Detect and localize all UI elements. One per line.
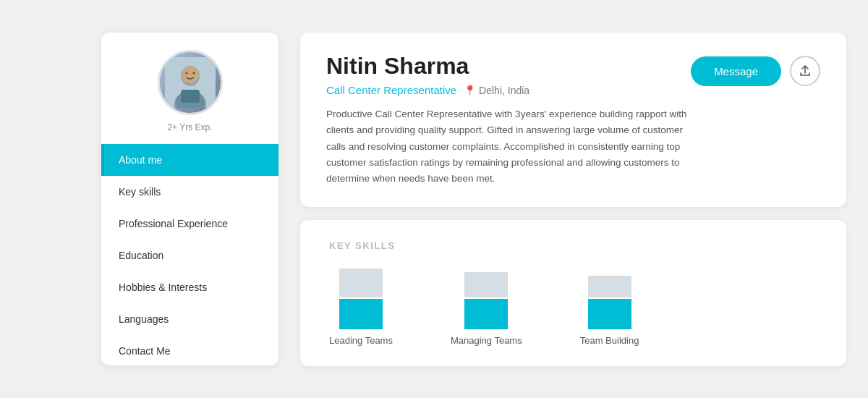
skills-title: KEY SKILLS <box>329 240 817 251</box>
skill-label-managing-teams: Managing Teams <box>451 335 522 346</box>
skill-label-team-building: Team Building <box>580 335 639 346</box>
sidebar-item-contact-me[interactable]: Contact Me <box>101 335 278 367</box>
exp-label: 2+ Yrs Exp. <box>167 122 212 132</box>
skills-bars: Leading Teams Managing Teams Team Buildi… <box>329 268 817 346</box>
avatar <box>158 50 223 115</box>
main-content: Nitin Sharma Call Center Representative … <box>278 0 868 398</box>
svg-point-6 <box>185 72 187 75</box>
skill-bar-team-building <box>588 276 631 329</box>
skill-label-leading-teams: Leading Teams <box>329 335 393 346</box>
location-icon: 📍 <box>464 85 476 96</box>
svg-point-7 <box>192 72 195 75</box>
skill-item-team-building: Team Building <box>580 276 639 346</box>
bar-top <box>464 272 508 297</box>
share-button[interactable] <box>790 56 820 86</box>
location-text: Delhi, India <box>479 85 529 96</box>
sidebar-item-about-me[interactable]: About me <box>101 144 278 176</box>
svg-rect-5 <box>181 90 200 103</box>
sidebar-item-professional-experience[interactable]: Professional Experience <box>101 208 278 240</box>
share-icon <box>799 65 811 77</box>
profile-title-row: Call Center Representative 📍 Delhi, Indi… <box>326 84 691 96</box>
message-button[interactable]: Message <box>691 56 781 86</box>
profile-actions: Message <box>691 56 820 86</box>
profile-bio: Productive Call Center Representative wi… <box>326 106 691 187</box>
sidebar-item-key-skills[interactable]: Key skills <box>101 176 278 208</box>
bar-bottom <box>588 299 631 329</box>
skills-section: KEY SKILLS Leading Teams Managing Teams <box>300 220 846 366</box>
profile-name: Nitin Sharma <box>326 53 691 80</box>
profile-location: 📍 Delhi, India <box>464 85 529 96</box>
nav-list: About me Key skills Professional Experie… <box>101 144 278 367</box>
skill-item-leading-teams: Leading Teams <box>329 268 393 346</box>
bar-top <box>588 276 631 297</box>
profile-title: Call Center Representative <box>326 84 456 96</box>
sidebar-item-languages[interactable]: Languages <box>101 303 278 335</box>
bar-bottom <box>464 299 508 329</box>
sidebar-item-hobbies-interests[interactable]: Hobbies & Interests <box>101 271 278 303</box>
bar-bottom <box>339 299 383 329</box>
skill-bar-managing-teams <box>464 272 508 329</box>
profile-info: Nitin Sharma Call Center Representative … <box>326 53 691 187</box>
skill-item-managing-teams: Managing Teams <box>451 272 522 346</box>
svg-point-3 <box>182 66 199 83</box>
sidebar: 2+ Yrs Exp. About me Key skills Professi… <box>101 33 278 365</box>
profile-section: Nitin Sharma Call Center Representative … <box>300 33 846 207</box>
sidebar-item-education[interactable]: Education <box>101 240 278 271</box>
skill-bar-leading-teams <box>339 268 383 329</box>
bar-top <box>339 268 383 297</box>
